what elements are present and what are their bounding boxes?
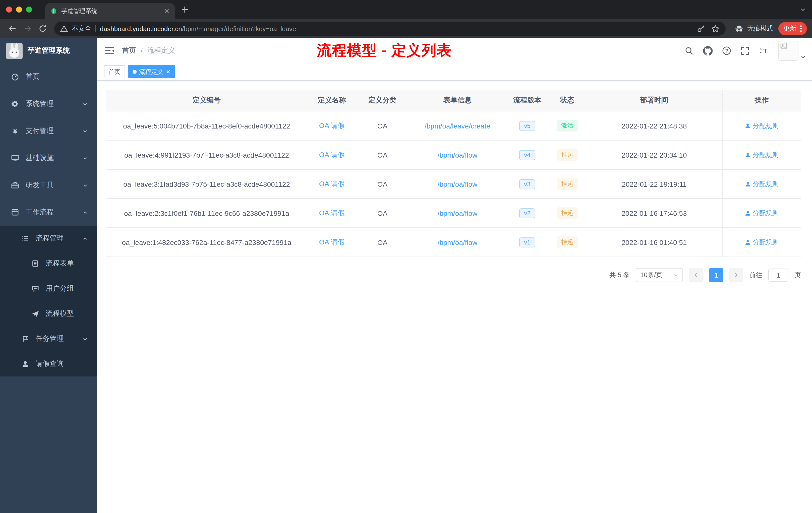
sidebar-item-leave-query[interactable]: 请假查询 <box>0 351 97 376</box>
url-path: /bpm/manager/definition?key=oa_leave <box>182 25 296 32</box>
table-row: oa_leave:3:1fad3d93-7b75-11ec-a3c8-acde4… <box>106 170 801 199</box>
tab-close-icon[interactable] <box>164 8 170 14</box>
goto-page-input[interactable] <box>768 269 788 281</box>
hamburger-icon[interactable] <box>97 47 122 55</box>
gear-icon <box>11 100 19 108</box>
page-annotation: 流程模型 - 定义列表 <box>317 41 452 61</box>
navbar-actions: ? T <box>685 41 812 61</box>
definition-id: oa_leave:4:991f2193-7b7f-11ec-a3c8-acde4… <box>106 140 307 170</box>
sidebar-item-workflow[interactable]: 工作流程 <box>0 199 97 226</box>
sidebar-item-system[interactable]: 系统管理 <box>0 90 97 117</box>
assign-rule-link[interactable]: 分配规则 <box>745 209 779 218</box>
sidebar-item-home[interactable]: 首页 <box>0 63 97 90</box>
tag-close-icon[interactable] <box>166 69 171 74</box>
search-icon[interactable] <box>685 47 694 55</box>
deploy-time: 2022-01-16 17:46:53 <box>586 199 722 228</box>
column-header: 定义编号 <box>106 90 307 111</box>
app-title: 芋道管理系统 <box>28 46 70 55</box>
sidebar-item-label: 流程表单 <box>46 259 74 268</box>
browser-menu-icon[interactable] <box>800 25 802 32</box>
goto-label: 前往 <box>749 271 762 280</box>
pagination-total: 共 5 条 <box>609 271 630 280</box>
form-link[interactable]: /bpm/oa/flow <box>438 209 477 217</box>
version-badge: v4 <box>519 150 535 160</box>
definition-name-link[interactable]: OA 请假 <box>319 150 345 158</box>
column-header: 状态 <box>548 90 586 111</box>
definition-category: OA <box>356 199 408 228</box>
new-tab-button[interactable] <box>178 2 192 17</box>
sidebar-item-infrastructure[interactable]: 基础设施 <box>0 145 97 172</box>
status-badge: 挂起 <box>557 236 578 248</box>
font-size-icon[interactable]: T <box>759 47 769 55</box>
monitor-icon <box>11 154 19 162</box>
workflow-submenu: 流程管理 流程表单 用户分组 <box>0 226 97 376</box>
definition-name-link[interactable]: OA 请假 <box>319 121 345 129</box>
tab-search-caret-icon[interactable] <box>800 6 806 12</box>
tag-home[interactable]: 首页 <box>104 65 125 78</box>
sidebar-item-label: 工作流程 <box>26 208 54 217</box>
reload-button[interactable] <box>35 21 50 36</box>
window-close-button[interactable] <box>6 6 12 12</box>
fullscreen-icon[interactable] <box>741 47 749 55</box>
bookmark-star-icon[interactable] <box>711 24 720 33</box>
page-content: 定义编号 定义名称 定义分类 表单信息 流程版本 状态 部署时间 操作 oa_l <box>97 81 812 282</box>
assign-rule-label: 分配规则 <box>753 238 779 247</box>
definition-id: oa_leave:3:1fad3d93-7b75-11ec-a3c8-acde4… <box>106 170 307 199</box>
sidebar-item-dev-tools[interactable]: 研发工具 <box>0 172 97 199</box>
back-button[interactable] <box>5 21 20 36</box>
avatar-caret-icon[interactable] <box>801 54 806 60</box>
form-link[interactable]: /bpm/oa/flow <box>438 180 477 188</box>
chrome-update-button[interactable]: 更新 <box>778 22 807 35</box>
breadcrumb-current: 流程定义 <box>147 46 175 55</box>
browser-tab[interactable]: 芋道管理系统 <box>45 3 175 19</box>
definition-name-link[interactable]: OA 请假 <box>319 179 345 187</box>
next-page-button[interactable] <box>729 268 743 282</box>
sidebar-item-process-form[interactable]: 流程表单 <box>0 251 97 276</box>
main-panel: 首页 / 流程定义 流程模型 - 定义列表 ? <box>97 38 812 513</box>
sidebar-item-user-group[interactable]: 用户分组 <box>0 276 97 301</box>
github-icon[interactable] <box>703 46 713 56</box>
form-link[interactable]: /bpm/oa/flow <box>438 238 477 246</box>
chevron-down-icon <box>82 182 88 188</box>
definition-category: OA <box>356 140 408 170</box>
sidebar-item-payment[interactable]: ¥ 支付管理 <box>0 117 97 145</box>
definition-table: 定义编号 定义名称 定义分类 表单信息 流程版本 状态 部署时间 操作 oa_l <box>106 90 801 257</box>
password-key-icon[interactable] <box>697 25 705 33</box>
sidebar-item-label: 流程管理 <box>36 234 64 243</box>
table-header-row: 定义编号 定义名称 定义分类 表单信息 流程版本 状态 部署时间 操作 <box>106 90 801 111</box>
form-link[interactable]: /bpm/oa/leave/create <box>425 122 490 130</box>
chat-bubble-icon <box>31 285 39 292</box>
forward-button[interactable] <box>20 21 35 36</box>
window-minimize-button[interactable] <box>16 6 22 12</box>
assign-rule-link[interactable]: 分配规则 <box>745 179 779 188</box>
deploy-time: 2022-01-22 20:34:10 <box>586 140 722 170</box>
tag-process-definition[interactable]: 流程定义 <box>128 65 175 78</box>
user-menu[interactable] <box>778 41 806 61</box>
tab-favicon-icon <box>50 7 57 14</box>
current-page-button[interactable]: 1 <box>709 268 723 282</box>
tags-view-bar: 首页 流程定义 <box>97 63 812 81</box>
definition-name-link[interactable]: OA 请假 <box>319 238 345 246</box>
sidebar-item-process-management[interactable]: 流程管理 <box>0 226 97 251</box>
table-row: oa_leave:2:3c1f0ef1-76b1-11ec-9c66-a2380… <box>106 199 801 228</box>
address-bar[interactable]: 不安全 dashboard.yudao.iocoder.cn/bpm/manag… <box>54 22 726 36</box>
yen-icon: ¥ <box>11 127 19 135</box>
assign-rule-link[interactable]: 分配规则 <box>745 121 779 130</box>
definition-name-link[interactable]: OA 请假 <box>319 209 345 217</box>
sidebar-item-task-management[interactable]: 任务管理 <box>0 326 97 351</box>
sidebar-item-process-model[interactable]: 流程模型 <box>0 301 97 326</box>
status-badge: 激活 <box>557 120 578 131</box>
avatar[interactable] <box>778 41 799 61</box>
sidebar-logo[interactable]: 芋道管理系统 <box>0 38 97 63</box>
prev-page-button[interactable] <box>689 268 703 282</box>
assign-rule-link[interactable]: 分配规则 <box>745 238 779 247</box>
breadcrumb-home-link[interactable]: 首页 <box>122 46 136 55</box>
window-zoom-button[interactable] <box>26 6 32 12</box>
definition-id: oa_leave:2:3c1f0ef1-76b1-11ec-9c66-a2380… <box>106 199 307 228</box>
form-link[interactable]: /bpm/oa/flow <box>438 151 477 159</box>
assign-rule-link[interactable]: 分配规则 <box>745 150 779 159</box>
chevron-up-icon <box>82 236 88 241</box>
incognito-label: 无痕模式 <box>747 24 773 33</box>
page-size-select[interactable]: 10条/页 <box>636 268 683 282</box>
help-icon[interactable]: ? <box>722 46 731 55</box>
